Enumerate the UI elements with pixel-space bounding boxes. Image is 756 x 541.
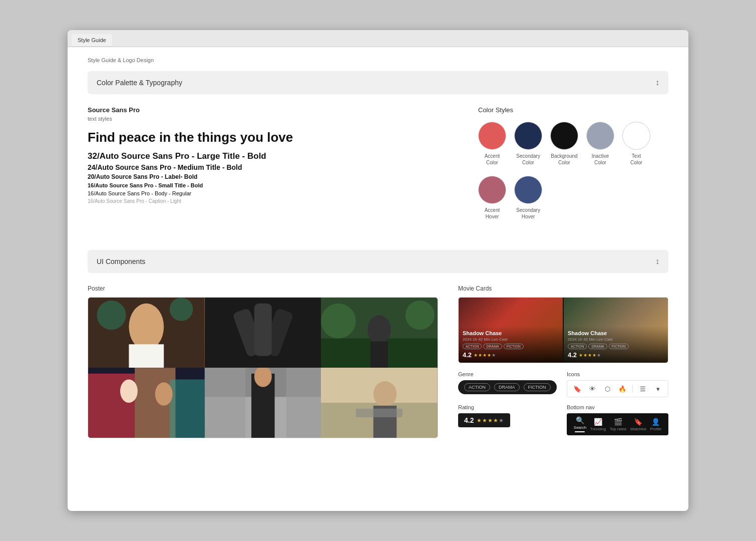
type-size-4: 16/Auto Source Sans Pro - Small Title - … <box>88 182 458 188</box>
accent-hover-label: AccentHover <box>485 207 500 220</box>
poster-cell-4 <box>88 368 205 438</box>
movie-cards-title: Movie Cards <box>458 285 668 292</box>
genre-drama[interactable]: DRAMA <box>494 383 520 391</box>
secondary-hover-label: SecondaryHover <box>516 207 540 220</box>
svg-rect-26 <box>286 368 321 438</box>
genre-action[interactable]: ACTION <box>464 383 490 391</box>
bottom-nav-component: Bottom nav 🔍 Search 📈 Trending <box>567 404 668 435</box>
poster-title: Poster <box>88 285 438 292</box>
fire-icon[interactable]: 🔥 <box>617 384 627 394</box>
movie-card-2-overlay: Shadow Chase 2024 1h 42 Min Len Cald ACT… <box>564 326 668 363</box>
movie-card-1-title: Shadow Chase <box>463 330 559 336</box>
stars-2: ★★★★★ <box>579 353 601 358</box>
rating-stars: ★★★★★ <box>477 417 504 424</box>
top-rated-nav-icon: 🎬 <box>614 418 622 426</box>
genre-label: Genre <box>458 371 560 377</box>
svg-rect-8 <box>254 304 272 356</box>
poster-cell-1 <box>88 298 205 368</box>
accent-hover-circle <box>478 176 506 204</box>
color-row-1: AccentColor SecondaryColor BackgroundCol… <box>478 122 668 166</box>
color-text: TextColor <box>622 122 650 166</box>
poster-cell-3 <box>321 298 438 368</box>
rating-component: Rating 4.2 ★★★★★ <box>458 404 560 435</box>
share-icon[interactable]: ⬡ <box>602 384 612 394</box>
tag-action-2: ACTION <box>568 344 587 349</box>
movie-cards-container: Shadow Chase 2024 1h 42 Min Len Cald ACT… <box>458 297 668 363</box>
svg-point-14 <box>406 301 435 330</box>
ui-components-section-header[interactable]: UI Components ↕ <box>88 250 668 273</box>
nav-trending-label: Trending <box>590 427 606 431</box>
nav-search-label: Search <box>574 425 586 430</box>
font-name: Source Sans Pro <box>88 106 458 114</box>
breadcrumb: Style Guide & Logo Design <box>88 57 668 63</box>
text-color-label: TextColor <box>630 153 642 166</box>
nav-top-rated[interactable]: 🎬 Top rated <box>610 418 626 431</box>
color-palette-section-header[interactable]: Color Palette & Typography ↕ <box>88 71 668 94</box>
movie-card-2-tags: ACTION DRAMA FICTION <box>568 344 664 349</box>
color-secondary-hover: SecondaryHover <box>514 176 542 220</box>
nav-profile[interactable]: 👤 Profile <box>650 418 661 431</box>
bottom-nav-label: Bottom nav <box>567 404 668 410</box>
nav-watchlist-label: Watchlist <box>630 427 646 431</box>
movie-card-1-meta: 2024 1h 42 Min Len Cald <box>463 337 559 342</box>
nav-trending[interactable]: 📈 Trending <box>590 418 606 431</box>
svg-rect-25 <box>205 368 245 438</box>
movie-card-1[interactable]: Shadow Chase 2024 1h 42 Min Len Cald ACT… <box>459 298 563 363</box>
icons-bar: 🔖 👁 ⬡ 🔥 ☰ ▾ <box>567 380 668 397</box>
svg-rect-12 <box>370 341 388 368</box>
background-color-circle <box>550 122 578 150</box>
color-styles-title: Color Styles <box>478 106 668 114</box>
tag-fiction-2: FICTION <box>609 344 629 349</box>
search-nav-icon: 🔍 <box>576 416 584 424</box>
bottom-nav-bar: 🔍 Search 📈 Trending 🎬 Top rated <box>567 413 668 435</box>
background-color-label: BackgroundColor <box>551 153 577 166</box>
movie-card-2-title: Shadow Chase <box>568 330 664 336</box>
chevron-down-icon[interactable]: ▾ <box>653 384 663 394</box>
tag-fiction: FICTION <box>504 344 524 349</box>
color-panel: Color Styles AccentColor SecondaryColor … <box>478 106 668 230</box>
svg-point-20 <box>155 382 173 406</box>
rating-number-1: 4.2 <box>463 351 472 359</box>
poster-cell-5 <box>205 368 321 438</box>
stars-1: ★★★★★ <box>474 353 496 358</box>
svg-rect-18 <box>170 379 205 438</box>
icons-component: Icons 🔖 👁 ⬡ 🔥 ☰ ▾ <box>567 371 668 397</box>
type-size-6: 16/Auto Source Sans Pro - Caption - Ligh… <box>88 198 458 204</box>
page-content: Style Guide & Logo Design Color Palette … <box>68 47 688 458</box>
nav-watchlist[interactable]: 🔖 Watchlist <box>630 418 646 431</box>
font-sublabel: text styles <box>88 116 458 122</box>
collapse-ui-icon[interactable]: ↕ <box>655 257 659 266</box>
typography-panel: Source Sans Pro text styles Find peace i… <box>88 106 458 230</box>
movie-card-2-meta: 2024 1h 42 Min Len Cald <box>568 337 664 342</box>
rating-label: Rating <box>458 404 560 410</box>
svg-point-3 <box>97 301 126 330</box>
poster-cell-2 <box>205 298 321 368</box>
accent-color-label: AccentColor <box>485 153 500 166</box>
svg-point-4 <box>170 298 193 321</box>
trending-nav-icon: 📈 <box>594 418 602 426</box>
eye-icon[interactable]: 👁 <box>587 384 597 394</box>
ui-components-title: UI Components <box>97 257 145 265</box>
svg-rect-31 <box>356 409 403 417</box>
movie-card-2[interactable]: Shadow Chase 2024 1h 42 Min Len Cald ACT… <box>564 298 668 363</box>
movie-card-1-rating: 4.2 ★★★★★ <box>463 351 559 359</box>
rating-number-2: 4.2 <box>568 351 577 359</box>
nav-top-rated-label: Top rated <box>610 427 626 431</box>
filter-icon[interactable]: ☰ <box>638 384 648 394</box>
genre-tags-bar: ACTION DRAMA FICTION <box>458 380 557 394</box>
rating-value: 4.2 <box>464 416 474 424</box>
collapse-icon[interactable]: ↕ <box>655 78 659 87</box>
browser-tab[interactable]: Style Guide <box>72 34 112 47</box>
accent-color-circle <box>478 122 506 150</box>
movie-card-1-overlay: Shadow Chase 2024 1h 42 Min Len Cald ACT… <box>459 326 563 363</box>
nav-search[interactable]: 🔍 Search <box>574 416 586 432</box>
poster-cell-6 <box>321 368 438 438</box>
genre-fiction[interactable]: FICTION <box>524 383 551 391</box>
type-size-1: 32/Auto Source Sans Pro - Large Title - … <box>88 151 458 161</box>
watchlist-nav-icon: 🔖 <box>634 418 642 426</box>
svg-point-29 <box>373 381 397 407</box>
bookmark-icon[interactable]: 🔖 <box>572 384 582 394</box>
svg-point-1 <box>129 304 164 350</box>
svg-point-19 <box>120 379 138 403</box>
inactive-color-circle <box>586 122 614 150</box>
